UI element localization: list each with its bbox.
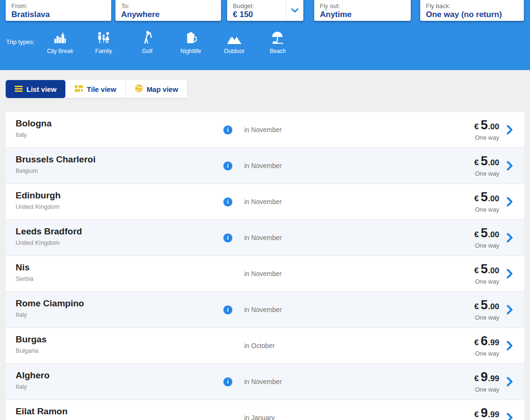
tab-map-view[interactable]: Map view — [126, 80, 187, 98]
result-fare-type: One way — [474, 350, 499, 357]
chevron-right-icon — [506, 304, 513, 317]
trip-type-city-break[interactable]: City Break — [38, 29, 82, 54]
list-icon — [15, 85, 23, 93]
result-price: €9.99 — [474, 370, 499, 384]
result-city: Nis — [16, 262, 34, 273]
result-price: €5.00 — [474, 262, 499, 277]
chevron-right-icon — [506, 412, 513, 420]
info-icon[interactable]: i — [223, 233, 232, 242]
result-price: €5.00 — [474, 190, 499, 205]
trip-type-label: Family — [82, 48, 125, 54]
trip-type-family[interactable]: Family — [82, 29, 125, 54]
trip-type-label: Golf — [125, 48, 169, 54]
result-row[interactable]: Brussels Charleroi Belgium i in November… — [6, 148, 524, 183]
view-tab-bar: List view Tile view Map view — [6, 80, 187, 98]
fly-back-label: Fly back: — [426, 2, 518, 9]
fly-out-label: Fly out: — [320, 2, 405, 9]
chevron-right-icon — [506, 340, 513, 353]
info-icon[interactable]: i — [223, 125, 232, 134]
fly-back-field[interactable]: Fly back: One way (no return) — [420, 0, 524, 21]
chevron-right-icon — [506, 125, 513, 137]
result-when: in January — [244, 414, 275, 420]
result-when: in November — [244, 162, 282, 170]
budget-dropdown-button[interactable] — [286, 0, 303, 21]
trip-type-label: Nightlife — [169, 48, 212, 54]
result-row[interactable]: Burgas Bulgaria i in October €6.99 One w… — [6, 328, 524, 363]
result-city: Rome Ciampino — [16, 298, 84, 309]
result-row[interactable]: Alghero Italy i in November €9.99 One wa… — [6, 364, 524, 399]
chevron-right-icon — [506, 232, 513, 245]
to-field[interactable]: To: Anywhere — [115, 0, 221, 21]
result-when: in November — [244, 198, 282, 206]
from-field[interactable]: From: Bratislava — [6, 0, 111, 21]
fly-back-value: One way (no return) — [426, 9, 518, 20]
tab-tile-view[interactable]: Tile view — [66, 80, 125, 98]
result-fare-type: One way — [474, 314, 499, 321]
result-row[interactable]: Nis Serbia i in November €5.00 One way — [6, 256, 524, 291]
family-icon — [82, 29, 125, 45]
chevron-down-icon — [291, 6, 299, 15]
result-row[interactable]: Edinburgh United Kingdom i in November €… — [6, 184, 524, 219]
budget-value: € 150 — [233, 9, 286, 20]
chevron-right-icon — [506, 197, 513, 209]
result-row[interactable]: Bologna Italy i in November €5.00 One wa… — [6, 112, 524, 147]
result-city: Bologna — [16, 118, 52, 129]
result-when: in November — [244, 234, 282, 241]
search-header: From: Bratislava To: Anywhere Budget: € … — [0, 0, 530, 70]
info-icon[interactable]: i — [223, 197, 232, 206]
result-city: Leeds Bradford — [16, 226, 82, 237]
info-icon[interactable]: i — [223, 305, 232, 314]
info-icon[interactable]: i — [223, 161, 232, 170]
trip-type-outdoor[interactable]: Outdoor — [212, 29, 256, 54]
result-when: in November — [244, 378, 282, 385]
fly-out-field[interactable]: Fly out: Anytime — [314, 0, 411, 21]
result-country: Bulgaria — [16, 347, 46, 354]
result-city: Eilat Ramon — [16, 406, 68, 417]
results-list: Bologna Italy i in November €5.00 One wa… — [6, 112, 524, 420]
result-fare-type: One way — [474, 278, 499, 285]
result-price: €5.00 — [474, 226, 499, 241]
beach-umbrella-icon — [256, 29, 300, 45]
tab-label: Tile view — [87, 85, 116, 93]
result-when: in October — [244, 342, 275, 349]
result-price: €5.00 — [474, 154, 499, 169]
result-row[interactable]: Leeds Bradford United Kingdom i in Novem… — [6, 220, 524, 255]
trip-type-golf[interactable]: Golf — [125, 29, 169, 54]
budget-field[interactable]: Budget: € 150 — [227, 0, 303, 21]
result-country: Italy — [16, 131, 52, 138]
from-value: Bratislava — [11, 9, 106, 20]
result-row[interactable]: Eilat Ramon i in January €9.99 One way — [6, 400, 524, 420]
result-country: United Kingdom — [16, 203, 61, 210]
result-country: Italy — [16, 383, 50, 390]
trip-type-nightlife[interactable]: Nightlife — [169, 29, 212, 54]
search-fields: From: Bratislava To: Anywhere Budget: € … — [0, 0, 530, 21]
beer-icon — [169, 29, 212, 45]
from-label: From: — [11, 2, 106, 9]
result-price: €5.00 — [474, 118, 499, 133]
trip-type-label: Beach — [256, 48, 300, 54]
info-icon[interactable]: i — [223, 377, 232, 386]
result-country: Italy — [16, 311, 84, 318]
result-row[interactable]: Rome Ciampino Italy i in November €5.00 … — [6, 292, 524, 327]
result-city: Edinburgh — [16, 190, 61, 201]
result-fare-type: One way — [474, 134, 499, 141]
chevron-right-icon — [506, 268, 513, 281]
tab-label: Map view — [147, 85, 178, 93]
trip-type-beach[interactable]: Beach — [256, 29, 300, 54]
tab-list-view[interactable]: List view — [6, 80, 66, 98]
budget-text: Budget: € 150 — [227, 0, 286, 21]
globe-icon — [135, 84, 143, 94]
result-country: Belgium — [16, 167, 96, 174]
result-price: €9.99 — [474, 406, 499, 420]
to-value: Anywhere — [121, 9, 215, 20]
chevron-right-icon — [506, 376, 513, 389]
tile-icon — [75, 85, 83, 93]
trip-types-row: Trip types: City Break Family Golf — [0, 29, 530, 54]
golf-icon — [125, 29, 169, 45]
result-fare-type: One way — [474, 170, 499, 177]
result-when: in November — [244, 306, 282, 313]
trip-type-items: City Break Family Golf Nightlife — [38, 29, 300, 54]
budget-label: Budget: — [233, 2, 286, 9]
result-city: Burgas — [16, 334, 46, 345]
fly-out-value: Anytime — [320, 9, 405, 20]
